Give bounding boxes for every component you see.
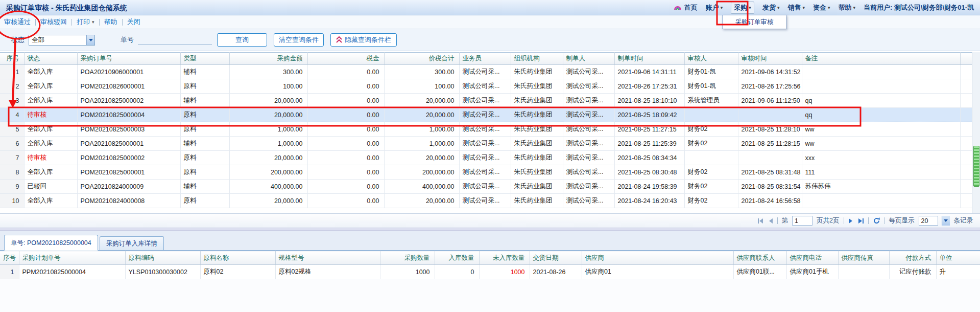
column-header[interactable]: 未入库数量	[479, 251, 530, 265]
column-header[interactable]: 采购金额	[229, 53, 307, 65]
table-row[interactable]: 10全部入库POM20210824000008原料20,000.000.0020…	[0, 194, 972, 208]
cell-supplier_contact: 供应商01联...	[733, 265, 786, 279]
cell-tax: 0.00	[307, 194, 384, 208]
column-header[interactable]: 单位	[936, 251, 980, 265]
order-no-input[interactable]	[138, 35, 212, 45]
column-header[interactable]: 供应商传真	[838, 251, 889, 265]
cell-tax: 0.00	[307, 65, 384, 79]
table-row[interactable]: 1全部入库POA20210906000001辅料300.000.00300.00…	[0, 65, 972, 79]
table-row[interactable]: 8全部入库POM20210825000001原料200,000.000.0020…	[0, 165, 972, 180]
chevron-down-icon[interactable]	[86, 35, 94, 45]
cell-status: 待审核	[24, 108, 77, 122]
cell-tax: 0.00	[307, 122, 384, 137]
table-row[interactable]: 5全部入库POM20210825000003原料1,000.000.001,00…	[0, 122, 972, 137]
print-button[interactable]: 打印▾	[77, 17, 94, 27]
column-header[interactable]: 序号	[0, 53, 24, 65]
tab-inbound-details[interactable]: 采购订单入库详情	[100, 236, 164, 250]
cell-salesman: 测试公司采...	[459, 65, 511, 79]
menu-shipping[interactable]: 发货▾	[762, 3, 780, 12]
orders-body: 1全部入库POA20210906000001辅料300.000.00300.00…	[0, 65, 972, 208]
column-header[interactable]: 状态	[24, 53, 77, 65]
menu-sales[interactable]: 销售▾	[787, 3, 805, 12]
cell-create_time: 2021-08-24 16:20:43	[614, 194, 684, 208]
column-header[interactable]: 采购数量	[380, 251, 435, 265]
scrollbar-thumb[interactable]	[973, 146, 979, 187]
column-header[interactable]: 备注	[802, 53, 960, 65]
column-header[interactable]: 制单时间	[614, 53, 684, 65]
column-header[interactable]: 税金	[307, 53, 384, 65]
cell-delivery_date: 2021-08-26	[530, 265, 582, 279]
menu-funds[interactable]: 资金▾	[813, 3, 830, 12]
column-header[interactable]: 价税合计	[384, 53, 459, 65]
tab-order-number[interactable]: 单号: POM20210825000004	[4, 235, 98, 251]
column-header[interactable]: 规格型号	[275, 251, 380, 265]
last-page-icon[interactable]	[857, 218, 864, 224]
cell-creator: 测试公司采...	[563, 165, 614, 180]
column-header[interactable]: 供应商电话	[786, 251, 838, 265]
approve-button[interactable]: 审核通过	[4, 17, 31, 27]
help-button[interactable]: 帮助	[104, 17, 117, 27]
cell-creator: 测试公司采...	[563, 194, 614, 208]
table-row[interactable]: 9已驳回POA20210824000009辅料400,000.000.00400…	[0, 180, 972, 194]
table-row[interactable]: 2全部入库POM20210826000001原料100.000.00100.00…	[0, 79, 972, 94]
chevron-down-icon: ▾	[92, 19, 94, 25]
cell-org: 朱氏药业集团	[511, 122, 563, 137]
cell-salesman: 测试公司采...	[459, 79, 511, 94]
status-select[interactable]: 全部	[29, 35, 95, 46]
column-header[interactable]: 审核时间	[738, 53, 802, 65]
close-button[interactable]: 关闭	[127, 17, 140, 27]
reject-button[interactable]: 审核驳回	[40, 17, 67, 27]
cell-auditor: 财务02	[684, 137, 738, 151]
table-row[interactable]: 3全部入库POA20210825000002辅料20,000.000.0020,…	[0, 94, 972, 108]
column-header[interactable]: 类型	[180, 53, 229, 65]
column-header[interactable]: 入库数量	[435, 251, 479, 265]
column-header[interactable]: 采购计划单号	[19, 251, 125, 265]
cell-order_no: POM20210824000008	[77, 194, 180, 208]
cell-create_time: 2021-08-26 17:25:31	[614, 79, 684, 94]
cell-create_time: 2021-08-25 08:30:48	[614, 165, 684, 180]
hide-filter-button[interactable]: 隐藏查询条件栏	[330, 33, 397, 47]
column-header[interactable]: 制单人	[563, 53, 614, 65]
column-header[interactable]: 采购订单号	[77, 53, 180, 65]
column-header[interactable]: 交货日期	[530, 251, 582, 265]
column-header[interactable]: 原料编码	[125, 251, 200, 265]
menu-help[interactable]: 帮助▾	[838, 3, 855, 12]
column-header[interactable]: 供应商联系人	[733, 251, 786, 265]
table-row[interactable]: 6全部入库POA20210825000001辅料1,000.000.001,00…	[0, 137, 972, 151]
menu-item-purchase-order-audit[interactable]: 采购订单审核	[723, 15, 786, 29]
column-header[interactable]: 组织机构	[511, 53, 563, 65]
cell-amount: 1,000.00	[229, 122, 307, 137]
column-header[interactable]: 付款方式	[889, 251, 936, 265]
separator	[885, 217, 885, 224]
table-row[interactable]: 1PPM20210825000004YLSP010300030002原料02原料…	[0, 265, 980, 279]
clear-filter-button[interactable]: 清空查询条件	[274, 33, 324, 47]
first-page-icon[interactable]	[757, 218, 764, 224]
page-number-input[interactable]	[792, 216, 812, 226]
column-header[interactable]: 原料名称	[200, 251, 275, 265]
cell-audit_time	[738, 108, 802, 122]
menu-account[interactable]: 账户▾	[706, 3, 723, 12]
next-page-icon[interactable]	[848, 218, 853, 224]
column-header[interactable]: 序号	[0, 251, 19, 265]
cell-audit_time: 2021-08-26 17:25:56	[738, 79, 802, 94]
prev-page-icon[interactable]	[768, 218, 773, 224]
chevron-down-icon[interactable]	[942, 216, 950, 226]
table-row[interactable]: 4待审核POM20210825000004原料20,000.000.0020,0…	[0, 108, 972, 122]
cell-auditor: 财务02	[684, 194, 738, 208]
detail-table: 序号采购计划单号原料编码原料名称规格型号采购数量入库数量未入库数量交货日期供应商…	[0, 251, 980, 279]
column-header[interactable]: 业务员	[459, 53, 511, 65]
column-header[interactable]	[960, 53, 972, 65]
column-header[interactable]: 审核人	[684, 53, 738, 65]
separator	[844, 217, 844, 224]
table-row[interactable]: 7待审核POM20210825000002原料20,000.000.0020,0…	[0, 151, 972, 165]
menu-purchase[interactable]: 采购▾	[731, 2, 754, 14]
page-total-label: 页共2页	[817, 216, 839, 225]
vertical-scrollbar[interactable]	[972, 52, 980, 213]
cell-type: 原料	[180, 108, 229, 122]
search-button[interactable]: 查询	[217, 33, 267, 47]
cell-status: 全部入库	[24, 79, 77, 94]
column-header[interactable]: 供应商	[582, 251, 733, 265]
refresh-icon[interactable]	[873, 217, 880, 225]
per-page-select[interactable]: 20	[919, 216, 938, 226]
menu-home[interactable]: 首页	[674, 3, 698, 12]
